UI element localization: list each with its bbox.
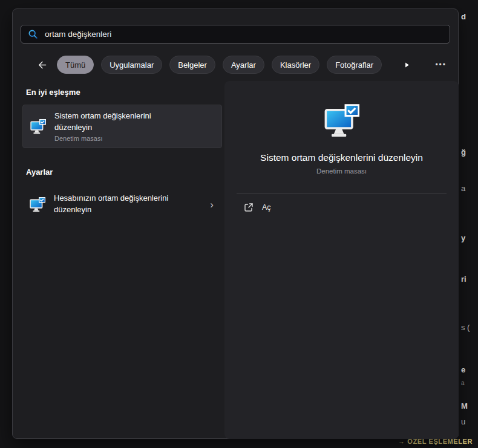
background-text-fragment: a	[461, 184, 465, 193]
tab-all[interactable]: Tümü	[57, 56, 94, 74]
result-settings-item[interactable]: Hesabınızın ortam değişkenlerini düzenle…	[22, 186, 222, 223]
system-properties-icon	[30, 197, 45, 212]
result-best-match[interactable]: Sistem ortam değişkenlerini düzenleyin D…	[22, 105, 222, 148]
tab-photos[interactable]: Fotoğraflar	[327, 56, 382, 74]
tab-settings[interactable]: Ayarlar	[223, 56, 264, 74]
result-title: Hesabınızın ortam değişkenlerini düzenle…	[54, 193, 182, 216]
best-match-heading: En iyi eşleşme	[26, 88, 80, 97]
background-text-fragment: e	[461, 365, 465, 374]
more-options-button[interactable]: •••	[435, 60, 447, 69]
filter-tabs: Tümü Uygulamalar Belgeler Ayarlar Klasör…	[21, 55, 450, 74]
search-icon	[28, 29, 38, 39]
search-box[interactable]: ortam değişkenleri	[21, 25, 450, 44]
background-text-fragment: ri	[461, 274, 467, 284]
preview-pane: Sistem ortam değişkenlerini düzenleyin D…	[224, 81, 459, 439]
open-action-label: Aç	[262, 203, 271, 212]
background-text-fragment: s (	[461, 323, 470, 332]
background-text-fragment: ğ	[461, 148, 466, 157]
open-action[interactable]: Aç	[224, 193, 459, 221]
chevron-right-icon: ›	[210, 200, 215, 210]
preview-title: Sistem ortam değişkenlerini düzenleyin	[260, 152, 423, 163]
back-button[interactable]	[34, 57, 50, 73]
search-input[interactable]: ortam değişkenleri	[45, 30, 111, 39]
result-subtitle: Denetim masası	[54, 135, 183, 142]
background-text-fragment: d	[461, 12, 466, 21]
background-text-fragment: M	[461, 401, 468, 411]
tab-folders[interactable]: Klasörler	[272, 56, 319, 74]
result-title: Sistem ortam değişkenlerini düzenleyin	[54, 111, 183, 134]
result-text: Hesabınızın ortam değişkenlerini düzenle…	[54, 193, 182, 216]
open-external-icon	[244, 203, 254, 212]
background-text-fragment: a	[461, 380, 465, 386]
screen: d ğ a y ri s ( e a M u → ÖZEL EŞLEMELER …	[0, 0, 478, 448]
tabs-scroll-right-button[interactable]	[399, 57, 414, 73]
tab-documents[interactable]: Belgeler	[169, 56, 215, 74]
background-text-fragment: y	[461, 233, 465, 242]
system-properties-icon-large	[324, 104, 359, 138]
settings-heading: Ayarlar	[26, 167, 53, 177]
system-properties-icon	[30, 119, 46, 134]
tab-apps[interactable]: Uygulamalar	[101, 56, 162, 74]
preview-subtitle: Denetim masası	[316, 167, 367, 175]
background-text-fragment: u	[461, 417, 465, 426]
caret-right-icon	[403, 61, 411, 69]
arrow-left-icon	[37, 60, 47, 70]
search-flyout: ortam değişkenleri Tümü Uygulamalar Belg…	[12, 8, 459, 439]
result-text: Sistem ortam değişkenlerini düzenleyin D…	[54, 111, 183, 143]
